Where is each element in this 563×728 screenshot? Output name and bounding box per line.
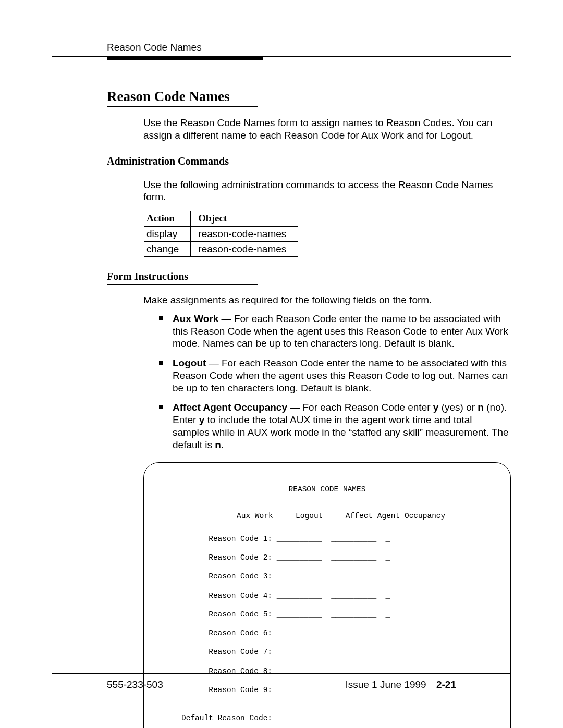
field-label: Affect Agent Occupancy <box>173 402 287 413</box>
cell-object: reason-code-names <box>191 227 298 242</box>
th-action: Action <box>144 211 191 227</box>
footer-rule <box>52 673 511 674</box>
field-label: Aux Work <box>173 313 218 324</box>
screen-row: Reason Code 3: __________ __________ _ <box>181 572 496 581</box>
inline-bold: n <box>478 402 484 413</box>
footer-issue-date: Issue 1 June 1999 <box>345 679 426 690</box>
cell-object: reason-code-names <box>191 242 298 257</box>
inline-bold: y <box>433 402 439 413</box>
screen-row: Reason Code 6: __________ __________ _ <box>181 628 496 638</box>
screen-row: Default Reason Code: __________ ________… <box>181 713 496 723</box>
footer-right: Issue 1 June 1999 2-21 <box>345 679 456 690</box>
list-item: Logout — For each Reason Code enter the … <box>159 357 511 394</box>
th-object: Object <box>191 211 298 227</box>
table-row: change reason-code-names <box>144 242 298 257</box>
commands-table: Action Object display reason-code-names … <box>144 211 298 257</box>
form-intro-paragraph: Make assignments as required for the fol… <box>143 294 511 306</box>
screen-row: Reason Code 4: __________ __________ _ <box>181 591 496 600</box>
field-text: (yes) or <box>438 402 478 413</box>
content-area: Reason Code Names Use the Reason Code Na… <box>107 89 511 728</box>
footer-row: 555-233-503 Issue 1 June 1999 2-21 <box>52 679 511 690</box>
list-item: Affect Agent Occupancy — For each Reason… <box>159 401 511 451</box>
page-footer: 555-233-503 Issue 1 June 1999 2-21 <box>52 673 511 690</box>
cell-action: display <box>144 227 191 242</box>
inline-bold: y <box>199 414 205 425</box>
screen-row: Reason Code 2: __________ __________ _ <box>181 553 496 562</box>
field-label: Logout <box>173 357 206 368</box>
field-text: — For each Reason Code enter the name to… <box>173 357 508 393</box>
running-head: Reason Code Names <box>107 42 511 53</box>
field-text: — For each Reason Code enter the name to… <box>173 313 508 349</box>
screen-row: Reason Code 7: __________ __________ _ <box>181 647 496 657</box>
screen-title: REASON CODE NAMES <box>158 485 496 494</box>
field-list: Aux Work — For each Reason Code enter th… <box>159 313 511 451</box>
top-thick-bar <box>107 56 263 60</box>
table-row: display reason-code-names <box>144 227 298 242</box>
screen-row: Reason Code 1: __________ __________ _ <box>181 534 496 544</box>
admin-intro-paragraph: Use the following administration command… <box>143 179 511 204</box>
inline-bold: n <box>215 439 221 450</box>
list-item: Aux Work — For each Reason Code enter th… <box>159 313 511 350</box>
cell-action: change <box>144 242 191 257</box>
page: Reason Code Names Reason Code Names Use … <box>0 0 563 728</box>
footer-document-number: 555-233-503 <box>107 679 163 690</box>
screen-row: Reason Code 5: __________ __________ _ <box>181 610 496 619</box>
admin-commands-heading: Administration Commands <box>107 155 258 169</box>
form-instructions-heading: Form Instructions <box>107 270 258 285</box>
section-title: Reason Code Names <box>107 89 258 107</box>
field-text: — For each Reason Code enter <box>287 402 433 413</box>
footer-page-number: 2-21 <box>436 679 456 690</box>
table-header-row: Action Object <box>144 211 298 227</box>
field-text: . <box>221 439 224 450</box>
screen-column-headers: Aux Work Logout Affect Agent Occupancy <box>237 511 496 521</box>
intro-paragraph: Use the Reason Code Names form to assign… <box>143 117 511 142</box>
